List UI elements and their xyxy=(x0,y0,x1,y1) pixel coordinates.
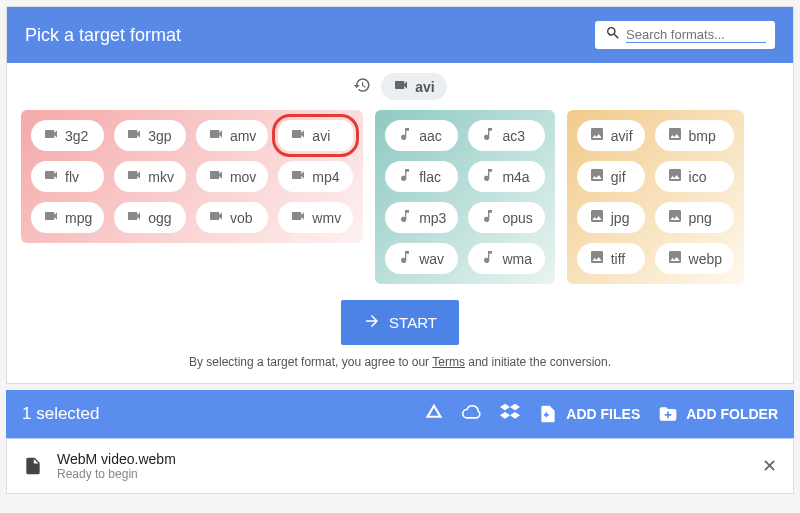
history-chip-label: avi xyxy=(415,79,434,95)
videocam-icon xyxy=(43,167,59,186)
format-chip-label: mpg xyxy=(65,210,92,226)
format-chip-label: tiff xyxy=(611,251,626,267)
page-title: Pick a target format xyxy=(25,25,181,46)
videocam-icon xyxy=(208,167,224,186)
format-chip-label: avif xyxy=(611,128,633,144)
format-chip-label: avi xyxy=(312,128,330,144)
add-files-label: ADD FILES xyxy=(566,406,640,422)
format-chip-label: flac xyxy=(419,169,441,185)
format-chip-wav[interactable]: wav xyxy=(385,243,458,274)
format-chip-wmv[interactable]: wmv xyxy=(278,202,353,233)
format-chip-mp4[interactable]: mp4 xyxy=(278,161,353,192)
format-chip-label: wma xyxy=(502,251,532,267)
music-note-icon xyxy=(480,126,496,145)
format-chip-avif[interactable]: avif xyxy=(577,120,645,151)
format-chip-flv[interactable]: flv xyxy=(31,161,104,192)
arrow-right-icon xyxy=(363,312,381,333)
format-chip-opus[interactable]: opus xyxy=(468,202,544,233)
format-chip-label: 3g2 xyxy=(65,128,88,144)
format-chip-gif[interactable]: gif xyxy=(577,161,645,192)
format-chip-label: amv xyxy=(230,128,256,144)
onedrive-icon[interactable] xyxy=(462,402,482,426)
image-icon xyxy=(667,208,683,227)
format-chip-label: jpg xyxy=(611,210,630,226)
format-chip-png[interactable]: png xyxy=(655,202,734,233)
format-chip-label: opus xyxy=(502,210,532,226)
format-chip-label: mp4 xyxy=(312,169,339,185)
format-chip-label: wav xyxy=(419,251,444,267)
selected-count: 1 selected xyxy=(22,404,406,424)
image-icon xyxy=(589,208,605,227)
format-chip-label: mp3 xyxy=(419,210,446,226)
format-group-video: 3g23gpamvaviflvmkvmovmp4mpgoggvobwmv xyxy=(21,110,363,243)
file-name: WebM video.webm xyxy=(57,451,748,467)
image-icon xyxy=(589,167,605,186)
format-chip-webp[interactable]: webp xyxy=(655,243,734,274)
format-chip-label: webp xyxy=(689,251,722,267)
format-chip-label: gif xyxy=(611,169,626,185)
format-chip-label: wmv xyxy=(312,210,341,226)
format-chip-mkv[interactable]: mkv xyxy=(114,161,186,192)
format-chip-label: aac xyxy=(419,128,442,144)
add-folder-label: ADD FOLDER xyxy=(686,406,778,422)
start-button[interactable]: START xyxy=(341,300,459,345)
format-chip-label: mov xyxy=(230,169,256,185)
format-chip-label: vob xyxy=(230,210,253,226)
format-chip-label: bmp xyxy=(689,128,716,144)
format-chip-label: ogg xyxy=(148,210,171,226)
format-chip-m4a[interactable]: m4a xyxy=(468,161,544,192)
history-icon[interactable] xyxy=(353,76,371,98)
image-icon xyxy=(589,249,605,268)
videocam-icon xyxy=(43,126,59,145)
search-input[interactable] xyxy=(626,27,766,43)
videocam-icon xyxy=(290,167,306,186)
google-drive-icon[interactable] xyxy=(424,402,444,426)
format-chip-label: mkv xyxy=(148,169,174,185)
videocam-icon xyxy=(393,77,409,96)
image-icon xyxy=(667,167,683,186)
videocam-icon xyxy=(126,126,142,145)
disclaimer: By selecting a target format, you agree … xyxy=(7,355,793,383)
videocam-icon xyxy=(290,208,306,227)
music-note-icon xyxy=(480,208,496,227)
dropbox-icon[interactable] xyxy=(500,402,520,426)
format-chip-label: 3gp xyxy=(148,128,171,144)
add-files-button[interactable]: ADD FILES xyxy=(538,404,640,424)
format-chip-3gp[interactable]: 3gp xyxy=(114,120,186,151)
format-group-audio: aacac3flacm4amp3opuswavwma xyxy=(375,110,555,284)
music-note-icon xyxy=(480,167,496,186)
format-chip-tiff[interactable]: tiff xyxy=(577,243,645,274)
format-chip-ico[interactable]: ico xyxy=(655,161,734,192)
terms-link[interactable]: Terms xyxy=(432,355,465,369)
videocam-icon xyxy=(290,126,306,145)
format-chip-label: m4a xyxy=(502,169,529,185)
format-chip-mov[interactable]: mov xyxy=(196,161,268,192)
image-icon xyxy=(589,126,605,145)
format-chip-vob[interactable]: vob xyxy=(196,202,268,233)
format-chip-mpg[interactable]: mpg xyxy=(31,202,104,233)
format-chip-label: ac3 xyxy=(502,128,525,144)
history-chip-avi[interactable]: avi xyxy=(381,73,446,100)
search-icon xyxy=(605,25,626,45)
format-chip-flac[interactable]: flac xyxy=(385,161,458,192)
format-chip-avi[interactable]: avi xyxy=(278,120,353,151)
format-chip-jpg[interactable]: jpg xyxy=(577,202,645,233)
format-chip-ac3[interactable]: ac3 xyxy=(468,120,544,151)
format-chip-aac[interactable]: aac xyxy=(385,120,458,151)
start-button-label: START xyxy=(389,314,437,331)
add-folder-button[interactable]: ADD FOLDER xyxy=(658,404,778,424)
format-chip-wma[interactable]: wma xyxy=(468,243,544,274)
search-box[interactable] xyxy=(595,21,775,49)
format-chip-ogg[interactable]: ogg xyxy=(114,202,186,233)
music-note-icon xyxy=(397,249,413,268)
format-chip-3g2[interactable]: 3g2 xyxy=(31,120,104,151)
format-chip-mp3[interactable]: mp3 xyxy=(385,202,458,233)
file-row: WebM video.webm Ready to begin ✕ xyxy=(6,438,794,494)
file-icon xyxy=(23,456,43,476)
music-note-icon xyxy=(397,126,413,145)
close-icon[interactable]: ✕ xyxy=(762,455,777,477)
format-chip-amv[interactable]: amv xyxy=(196,120,268,151)
image-icon xyxy=(667,126,683,145)
music-note-icon xyxy=(397,167,413,186)
format-chip-bmp[interactable]: bmp xyxy=(655,120,734,151)
